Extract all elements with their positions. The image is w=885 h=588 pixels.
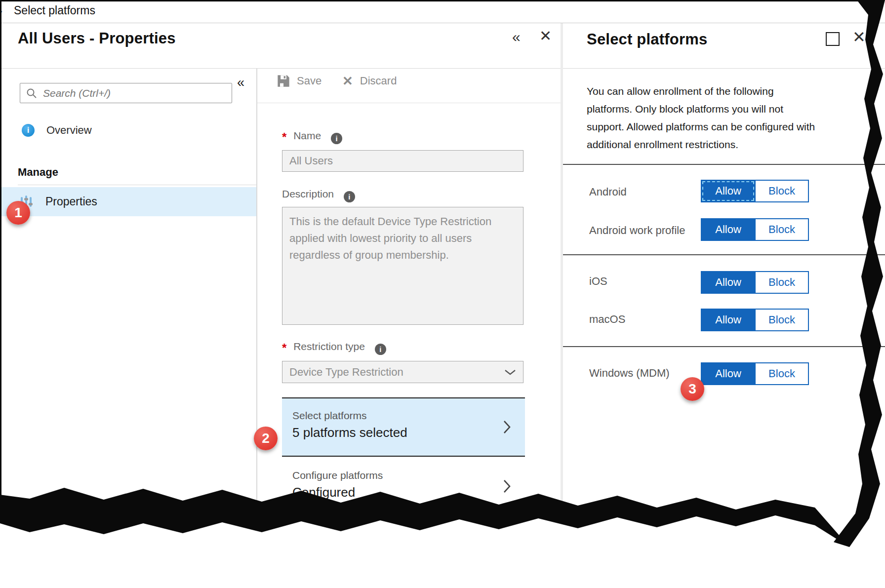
restriction-info-icon[interactable]: i <box>375 344 386 355</box>
sidebar-section-divider <box>18 185 256 185</box>
dropdown-value: Device Type Restriction <box>289 366 403 379</box>
name-field[interactable]: All Users <box>282 150 523 172</box>
page-title: All Users - Properties <box>18 30 176 47</box>
discard-button[interactable]: ✕ Discard <box>342 72 397 90</box>
restriction-type-dropdown[interactable]: Device Type Restriction <box>282 361 523 383</box>
breadcrumb-bar: › Select platforms <box>0 0 885 23</box>
section-divider <box>563 164 885 165</box>
breadcrumb-chevron-icon: › <box>0 3 2 19</box>
block-button[interactable]: Block <box>756 271 809 294</box>
allow-button[interactable]: Allow <box>701 218 756 241</box>
overview-info-icon: i <box>22 124 35 137</box>
platform-toggle-android: Allow Block <box>701 180 809 202</box>
sidebar-collapse-button[interactable]: « <box>237 75 244 90</box>
platform-label-macos: macOS <box>589 313 625 326</box>
block-button[interactable]: Block <box>756 218 809 241</box>
chevron-right-icon <box>503 479 511 494</box>
configure-platforms-title: Configure platforms <box>292 470 525 481</box>
save-button[interactable]: Save <box>277 72 322 90</box>
section-divider <box>563 254 885 255</box>
platform-label-windows-mdm: Windows (MDM) <box>589 367 670 380</box>
save-icon <box>277 74 290 88</box>
blade-collapse-button[interactable]: « <box>512 30 521 44</box>
left-blade-header-divider <box>0 68 561 69</box>
sidebar-item-label: Overview <box>46 124 92 137</box>
search-icon <box>26 88 37 99</box>
discard-icon: ✕ <box>342 74 353 89</box>
sidebar-search[interactable] <box>20 83 232 103</box>
platform-toggle-ios: Allow Block <box>701 271 809 294</box>
platform-toggle-macos: Allow Block <box>701 309 809 331</box>
search-input[interactable] <box>43 87 221 99</box>
panel-description: You can allow enrollment of the followin… <box>587 82 821 154</box>
panel-close-icon[interactable]: ✕ <box>852 30 866 44</box>
required-marker: * <box>282 130 286 144</box>
sidebar-item-properties[interactable]: Properties <box>0 187 256 216</box>
allow-button[interactable]: Allow <box>701 362 756 385</box>
sidebar-item-overview[interactable]: i Overview <box>0 118 256 143</box>
block-button[interactable]: Block <box>756 309 809 331</box>
blade-divider <box>561 23 563 505</box>
discard-label: Discard <box>360 75 397 87</box>
platform-toggle-android-work-profile: Allow Block <box>701 218 809 241</box>
select-platforms-title: Select platforms <box>292 410 525 422</box>
save-label: Save <box>297 75 322 87</box>
sidebar-item-label: Properties <box>45 195 97 208</box>
blade-close-icon[interactable]: ✕ <box>539 29 552 43</box>
right-blade-header-divider <box>563 68 885 69</box>
name-field-label: * Name i <box>282 128 342 142</box>
chevron-down-icon <box>504 369 516 375</box>
description-field-label: Description i <box>282 188 355 200</box>
platform-label-android: Android <box>589 186 627 198</box>
allow-button[interactable]: Allow <box>701 309 756 331</box>
toolbar-divider <box>257 103 561 103</box>
configure-platforms-row[interactable]: Configure platforms Configured <box>282 457 525 516</box>
platform-label-ios: iOS <box>589 275 607 288</box>
configure-platforms-value: Configured <box>292 485 525 500</box>
restriction-type-label: * Restriction type i <box>282 339 386 353</box>
allow-button[interactable]: Allow <box>701 271 756 294</box>
name-info-icon[interactable]: i <box>331 133 342 144</box>
section-divider <box>563 346 885 347</box>
platform-toggle-windows-mdm: Allow Block <box>701 362 809 385</box>
select-platforms-row[interactable]: Select platforms 5 platforms selected <box>282 397 525 457</box>
description-field[interactable]: This is the default Device Type Restrict… <box>282 207 523 325</box>
platform-label-android-work-profile: Android work profile <box>589 224 685 237</box>
step-badge-2: 2 <box>254 427 278 450</box>
select-platforms-value: 5 platforms selected <box>292 425 525 440</box>
panel-title: Select platforms <box>587 31 707 48</box>
description-info-icon[interactable]: i <box>344 191 355 202</box>
allow-button[interactable]: Allow <box>701 180 756 202</box>
block-button[interactable]: Block <box>756 180 809 202</box>
breadcrumb[interactable]: Select platforms <box>14 4 95 17</box>
sidebar-section-manage: Manage <box>18 166 58 179</box>
step-badge-1: 1 <box>6 201 30 225</box>
block-button[interactable]: Block <box>756 362 809 385</box>
required-marker: * <box>282 341 286 354</box>
step-badge-3: 3 <box>681 377 704 401</box>
maximize-button[interactable] <box>826 32 840 46</box>
chevron-right-icon <box>503 420 511 434</box>
screenshot-root: › Select platforms All Users - Propertie… <box>0 0 885 588</box>
